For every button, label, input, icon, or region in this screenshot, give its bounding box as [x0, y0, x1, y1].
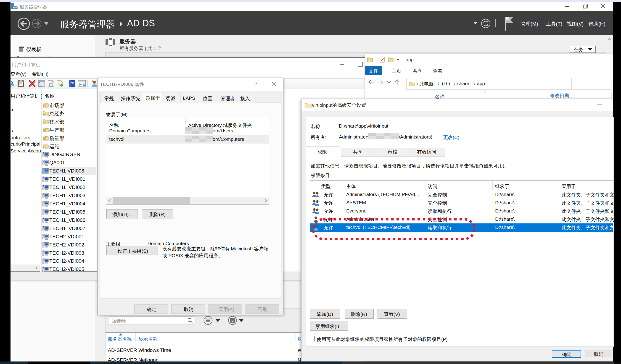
svg-text:?: ?	[71, 81, 74, 86]
